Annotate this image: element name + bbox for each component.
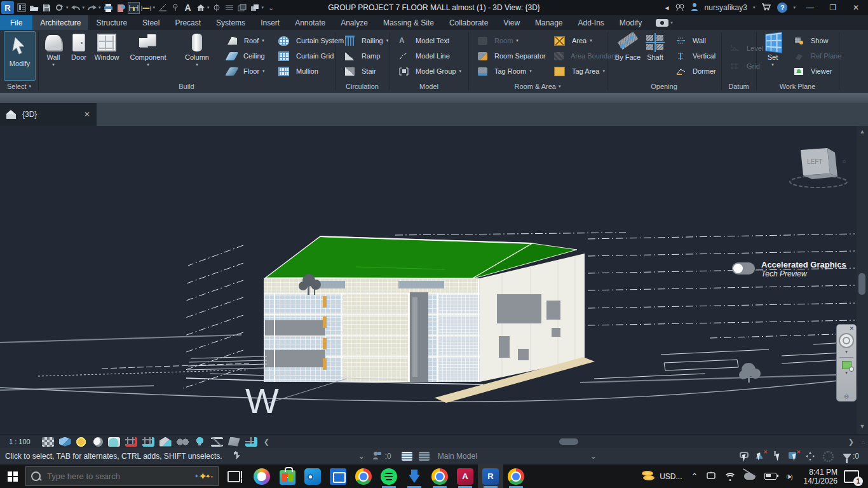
minimize-button[interactable]: — — [802, 3, 818, 12]
taskbar-outlook-icon[interactable] — [300, 464, 325, 488]
set-work-plane-button[interactable]: Set▾ — [760, 32, 785, 69]
save-icon[interactable] — [41, 3, 52, 13]
revit-app-menu-button[interactable]: R — [1, 1, 14, 14]
help-icon[interactable]: ? — [777, 3, 787, 13]
tab-file[interactable]: File — [0, 15, 32, 30]
close-hidden-windows-icon[interactable] — [237, 3, 248, 13]
aligned-dimension-icon[interactable] — [141, 3, 152, 13]
user-menu-chevron-icon[interactable]: ▾ — [753, 5, 756, 10]
navigation-bar[interactable]: ✕ ▾ ▾ ⊖ — [836, 324, 857, 402]
tag-icon[interactable]: 1 — [170, 3, 180, 13]
select-pinned-icon[interactable] — [771, 451, 784, 461]
taskbar-chrome-icon[interactable] — [351, 464, 376, 488]
mullion-button[interactable]: Mullion — [275, 65, 318, 78]
open-icon[interactable] — [29, 3, 39, 13]
detail-level-icon[interactable] — [42, 437, 54, 447]
grid-button[interactable]: Grid — [726, 60, 760, 72]
modify-button[interactable]: Modify — [4, 31, 36, 81]
room-button[interactable]: Room▾ — [474, 34, 519, 47]
tab-modify[interactable]: Modify — [612, 15, 649, 30]
volume-icon[interactable]: 🕩) — [785, 471, 792, 482]
help-menu-chevron-icon[interactable]: ▾ — [793, 5, 796, 10]
area-button[interactable]: Area▾ — [550, 34, 592, 47]
ramp-button[interactable]: Ramp — [341, 50, 380, 62]
user-avatar-icon[interactable] — [691, 3, 698, 13]
view-bar-collapse-icon[interactable]: ❮ — [264, 438, 269, 446]
select-links-icon[interactable] — [738, 451, 751, 461]
app-store-cart-icon[interactable] — [761, 3, 771, 13]
taskbar-store-icon[interactable] — [275, 464, 300, 488]
search-input[interactable] — [46, 471, 163, 482]
currency-widget-icon[interactable] — [642, 470, 656, 484]
undo-icon[interactable] — [71, 3, 81, 13]
restore-button[interactable]: ❐ — [825, 3, 841, 12]
taskbar-downloads-icon[interactable] — [402, 464, 427, 488]
horizontal-scroll-thumb[interactable] — [559, 438, 578, 445]
taskbar-spotify-icon[interactable] — [376, 464, 402, 488]
select-underlay-icon[interactable] — [755, 451, 768, 461]
worksets-chevron-icon[interactable]: ⌄ — [358, 452, 365, 461]
ref-plane-button[interactable]: Ref Plane — [790, 50, 841, 62]
model-text-button[interactable]: A Model Text — [395, 34, 449, 47]
default-3d-view-icon[interactable] — [195, 3, 206, 13]
view-tab-3d[interactable]: {3D} ✕ — [0, 103, 97, 126]
taskbar-chrome3-icon[interactable] — [503, 464, 529, 488]
redo-icon[interactable] — [86, 3, 97, 13]
show-work-plane-button[interactable]: Show — [790, 34, 829, 47]
worksets-dialog-icon[interactable] — [402, 452, 412, 461]
currency-widget-label[interactable]: USD... — [660, 472, 682, 481]
customize-qat-chevron-icon[interactable]: ⌄ — [266, 3, 276, 13]
tab-view[interactable]: View — [496, 15, 527, 30]
steering-wheel-icon[interactable] — [839, 333, 854, 348]
taskbar-autocad-icon[interactable]: A — [452, 464, 478, 488]
curtain-grid-button[interactable]: Curtain Grid — [275, 50, 334, 62]
scroll-up-icon[interactable]: ▲ — [857, 128, 868, 135]
crop-region-icon[interactable] — [142, 437, 154, 447]
vertical-opening-button[interactable]: Vertical — [672, 50, 715, 62]
room-area-panel-label[interactable]: Room & Area▾ — [468, 81, 607, 92]
editable-worksets-icon[interactable] — [372, 451, 381, 461]
door-button[interactable]: Door — [67, 32, 90, 61]
switch-windows-icon[interactable] — [250, 3, 261, 13]
zoom-tool-icon[interactable] — [842, 361, 851, 369]
navbar-collapse-icon[interactable]: ⊖ — [844, 393, 849, 400]
temporary-view-properties-icon[interactable] — [194, 437, 206, 447]
sync-icon[interactable] — [54, 3, 65, 13]
navbar-close-icon[interactable]: ✕ — [849, 325, 854, 332]
area-boundary-button[interactable]: Area Boundary — [550, 50, 617, 62]
print-icon[interactable] — [103, 3, 114, 13]
reveal-hidden-icon[interactable] — [177, 437, 189, 447]
viewcube[interactable]: LEFT ⌂ — [788, 145, 858, 189]
task-view-icon[interactable] — [227, 471, 240, 482]
model-group-button[interactable]: Model Group▾ — [395, 65, 461, 78]
tab-addins[interactable]: Add-Ins — [570, 15, 611, 30]
reveal-constraints-icon[interactable] — [245, 437, 257, 447]
notification-center-icon[interactable]: 1 — [844, 470, 859, 483]
stair-button[interactable]: Stair — [341, 65, 376, 78]
shadows-icon[interactable] — [93, 437, 103, 447]
active-design-option[interactable]: Main Model — [438, 452, 477, 461]
infocenter-collapse-icon[interactable]: ◂ — [665, 3, 669, 12]
search-help-icon[interactable] — [675, 3, 684, 13]
component-button[interactable]: Component▾ — [127, 32, 169, 69]
scroll-right-icon[interactable]: ❯ — [848, 438, 854, 446]
transfer-icon[interactable] — [116, 3, 126, 13]
analytical-model-icon[interactable] — [211, 437, 223, 447]
tray-expand-icon[interactable]: ⌃ — [691, 471, 698, 481]
tag-area-button[interactable]: Tag Area▾ — [550, 65, 605, 78]
filter-icon[interactable] — [843, 454, 851, 459]
tab-manage[interactable]: Manage — [527, 15, 570, 30]
taskbar-copilot-icon[interactable] — [249, 464, 275, 488]
crop-view-icon[interactable] — [125, 437, 137, 447]
tab-collaborate[interactable]: Collaborate — [442, 15, 496, 30]
railing-button[interactable]: Railing▾ — [341, 34, 388, 47]
visual-style-icon[interactable] — [59, 437, 71, 447]
tab-massing-site[interactable]: Massing & Site — [376, 15, 442, 30]
signed-in-user[interactable]: nursyafikay3 — [705, 3, 747, 12]
wifi-icon[interactable] — [725, 473, 735, 480]
vertical-scroll-thumb[interactable] — [858, 273, 865, 295]
tab-annotate[interactable]: Annotate — [287, 15, 333, 30]
view-scale-button[interactable]: 1 : 100 — [0, 438, 39, 445]
wall-button[interactable]: Wall▾ — [41, 32, 66, 69]
scroll-down-icon[interactable]: ▼ — [857, 423, 868, 430]
